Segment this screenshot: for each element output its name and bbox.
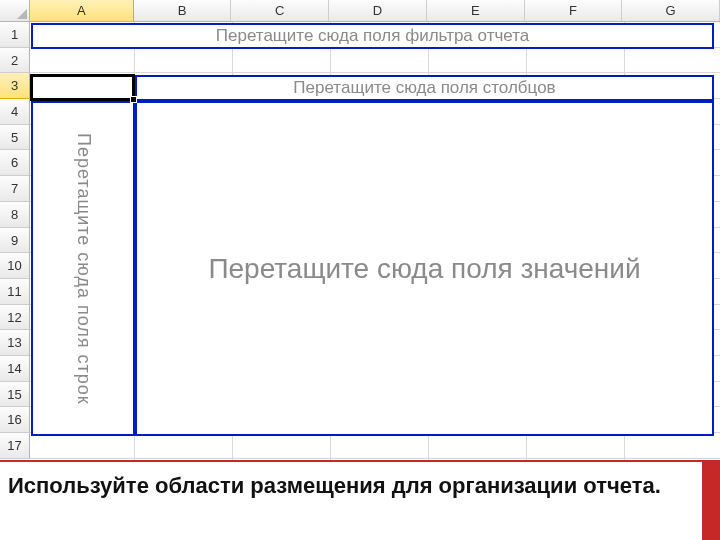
pivot-columns-dropzone[interactable]: Перетащите сюда поля столбцов [135, 75, 714, 101]
col-header-A[interactable]: A [30, 0, 134, 21]
row-header-13[interactable]: 13 [0, 330, 30, 356]
row-header-10[interactable]: 10 [0, 253, 30, 279]
row-header-11[interactable]: 11 [0, 279, 30, 305]
worksheet: A B C D E F G 1 2 3 4 5 6 7 8 9 10 11 [0, 0, 720, 460]
col-header-G[interactable]: G [622, 0, 720, 21]
select-all-corner[interactable] [0, 0, 30, 21]
caption-accent [702, 462, 720, 540]
pivot-values-hint: Перетащите сюда поля значений [202, 253, 646, 285]
cell-row[interactable] [30, 433, 720, 459]
row-header-12[interactable]: 12 [0, 305, 30, 331]
row-header-7[interactable]: 7 [0, 176, 30, 202]
row-header-3[interactable]: 3 [0, 73, 30, 99]
row-header-15[interactable]: 15 [0, 382, 30, 408]
row-header-5[interactable]: 5 [0, 125, 30, 151]
caption-text: Используйте области размещения для орган… [0, 462, 720, 500]
row-header-4[interactable]: 4 [0, 99, 30, 125]
row-header-14[interactable]: 14 [0, 356, 30, 382]
row-header-17[interactable]: 17 [0, 433, 30, 459]
col-header-D[interactable]: D [329, 0, 427, 21]
caption-bar: Используйте области размещения для орган… [0, 460, 720, 540]
pivot-columns-hint: Перетащите сюда поля столбцов [293, 78, 555, 98]
col-header-C[interactable]: C [231, 0, 329, 21]
column-headers: A B C D E F G [0, 0, 720, 22]
slide: A B C D E F G 1 2 3 4 5 6 7 8 9 10 11 [0, 0, 720, 540]
col-header-E[interactable]: E [427, 0, 525, 21]
svg-marker-0 [17, 9, 27, 19]
pivot-filter-hint: Перетащите сюда поля фильтра отчета [216, 26, 529, 46]
col-header-F[interactable]: F [525, 0, 623, 21]
row-header-2[interactable]: 2 [0, 48, 30, 74]
pivot-rows-hint: Перетащите сюда поля строк [73, 133, 94, 405]
row-header-1[interactable]: 1 [0, 22, 30, 48]
row-header-16[interactable]: 16 [0, 407, 30, 433]
pivot-filter-dropzone[interactable]: Перетащите сюда поля фильтра отчета [31, 23, 714, 49]
cell-row[interactable] [30, 48, 720, 74]
pivot-rows-dropzone[interactable]: Перетащите сюда поля строк [31, 101, 135, 436]
col-header-B[interactable]: B [134, 0, 232, 21]
row-header-6[interactable]: 6 [0, 150, 30, 176]
row-header-9[interactable]: 9 [0, 228, 30, 254]
pivot-values-dropzone[interactable]: Перетащите сюда поля значений [135, 101, 714, 436]
row-header-8[interactable]: 8 [0, 202, 30, 228]
spreadsheet-screenshot: A B C D E F G 1 2 3 4 5 6 7 8 9 10 11 [0, 0, 720, 460]
